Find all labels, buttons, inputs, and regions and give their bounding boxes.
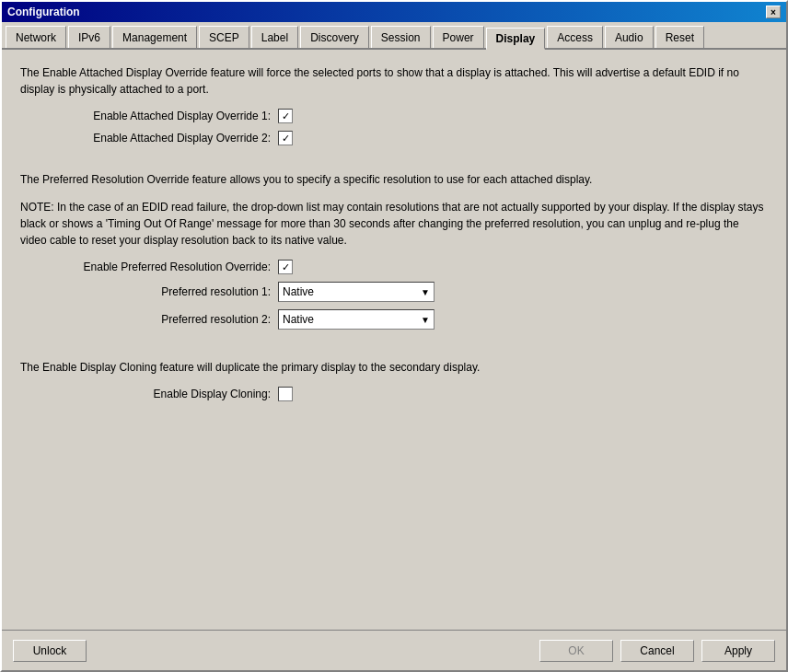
bottom-bar: Unlock OK Cancel Apply [2, 630, 786, 670]
override1-label: Enable Attached Display Override 1: [20, 110, 278, 122]
cloning-description: The Enable Display Cloning feature will … [20, 359, 768, 376]
preferred-res-description: The Preferred Resolution Override featur… [20, 171, 768, 188]
enable-cloning-checkbox[interactable] [278, 387, 293, 401]
tab-display[interactable]: Display [486, 28, 546, 50]
apply-button[interactable]: Apply [701, 640, 775, 662]
override1-checkbox[interactable] [278, 109, 293, 123]
bottom-right: OK Cancel Apply [539, 640, 775, 662]
tab-label[interactable]: Label [251, 26, 298, 48]
unlock-button[interactable]: Unlock [13, 640, 87, 662]
tab-management[interactable]: Management [112, 26, 197, 48]
override2-checkbox[interactable] [278, 131, 293, 145]
tab-power[interactable]: Power [433, 26, 484, 48]
tab-discovery[interactable]: Discovery [300, 26, 369, 48]
override2-label: Enable Attached Display Override 2: [20, 132, 278, 145]
preferred-res2-row: Preferred resolution 2: Native ▼ [20, 309, 768, 330]
content-area: The Enable Attached Display Override fea… [2, 50, 786, 630]
enable-preferred-res-label: Enable Preferred Resolution Override: [20, 261, 278, 273]
display-override-description: The Enable Attached Display Override fea… [20, 64, 768, 98]
tab-ipv6[interactable]: IPv6 [68, 26, 110, 48]
tab-scep[interactable]: SCEP [199, 26, 249, 48]
enable-preferred-res-row: Enable Preferred Resolution Override: [20, 260, 768, 274]
dropdown-arrow-icon: ▼ [421, 287, 430, 297]
preferred-res2-value: Native [283, 313, 314, 326]
override1-row: Enable Attached Display Override 1: [20, 109, 768, 123]
configuration-window: Configuration × Network IPv6 Management … [0, 0, 788, 672]
tab-access[interactable]: Access [547, 26, 603, 48]
tab-session[interactable]: Session [371, 26, 431, 48]
preferred-res1-value: Native [283, 285, 314, 298]
enable-preferred-res-checkbox[interactable] [278, 260, 293, 274]
dropdown-arrow-icon-2: ▼ [421, 315, 430, 325]
tab-audio[interactable]: Audio [605, 26, 654, 48]
enable-cloning-label: Enable Display Cloning: [20, 388, 278, 400]
preferred-res1-label: Preferred resolution 1: [20, 285, 278, 298]
preferred-res2-dropdown[interactable]: Native ▼ [278, 309, 435, 330]
preferred-res1-row: Preferred resolution 1: Native ▼ [20, 282, 768, 302]
tab-network[interactable]: Network [6, 26, 66, 48]
close-button[interactable]: × [766, 6, 781, 18]
ok-button[interactable]: OK [539, 640, 613, 662]
tab-bar: Network IPv6 Management SCEP Label Disco… [2, 22, 786, 50]
window-title: Configuration [7, 6, 80, 18]
bottom-left: Unlock [13, 640, 87, 662]
tab-reset[interactable]: Reset [655, 26, 704, 48]
preferred-res2-label: Preferred resolution 2: [20, 313, 278, 326]
cancel-button[interactable]: Cancel [620, 640, 694, 662]
title-bar: Configuration × [2, 2, 786, 22]
enable-cloning-row: Enable Display Cloning: [20, 387, 768, 401]
override2-row: Enable Attached Display Override 2: [20, 131, 768, 145]
preferred-res1-dropdown[interactable]: Native ▼ [278, 282, 435, 302]
override-section: Enable Attached Display Override 1: Enab… [20, 109, 768, 145]
preferred-res-note: NOTE: In the case of an EDID read failur… [20, 199, 768, 249]
